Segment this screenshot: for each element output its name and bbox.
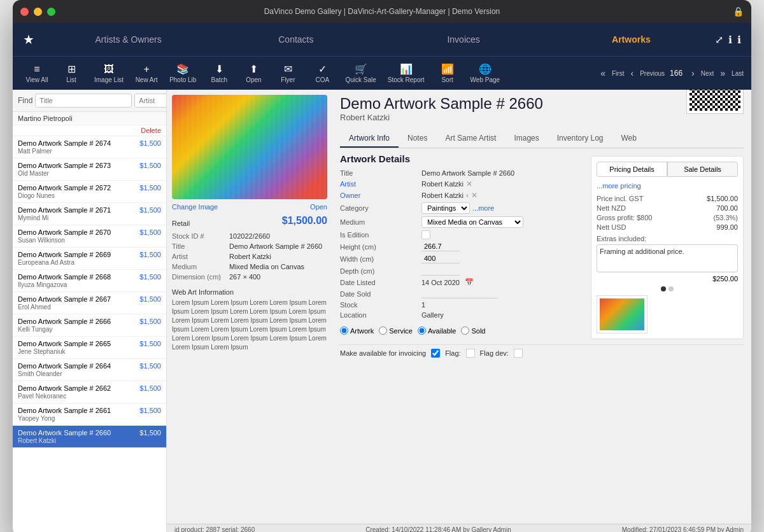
tool-open[interactable]: ⬆ Open bbox=[237, 60, 270, 86]
flag-dev-checkbox[interactable] bbox=[514, 349, 523, 358]
artwork-list-item[interactable]: Demo Artwork Sample # 2672 Diogo Nunes $… bbox=[13, 181, 166, 203]
make-available-checkbox[interactable] bbox=[431, 349, 440, 358]
radio-artwork[interactable]: Artwork bbox=[340, 326, 374, 335]
info-icon[interactable]: ℹ bbox=[728, 34, 732, 46]
artwork-item-owner: Robert Katzki bbox=[18, 437, 111, 444]
artwork-list-item[interactable]: Demo Artwork Sample # 2664 Smith Oleande… bbox=[13, 359, 166, 381]
tool-view-all[interactable]: ≡ View All bbox=[20, 61, 53, 86]
nav-artworks[interactable]: Artworks bbox=[548, 34, 715, 45]
owner-field-label[interactable]: Owner bbox=[340, 192, 416, 199]
category-select[interactable]: Paintings bbox=[421, 202, 470, 214]
tool-sort[interactable]: 📶 Sort bbox=[431, 60, 464, 86]
tab-inventory-log[interactable]: Inventory Log bbox=[548, 130, 612, 148]
artwork-list-item[interactable]: Demo Artwork Sample # 2673 Old Master $1… bbox=[13, 158, 166, 181]
date-sold-input[interactable] bbox=[421, 289, 498, 298]
tool-web-page[interactable]: 🌐 Web Page bbox=[465, 60, 506, 86]
artwork-list-item[interactable]: Demo Artwork Sample # 2661 Yaopey Yong $… bbox=[13, 403, 166, 426]
close-button[interactable] bbox=[20, 8, 29, 16]
height-input[interactable] bbox=[421, 242, 460, 251]
web-page-icon: 🌐 bbox=[479, 63, 492, 75]
find-title-input[interactable] bbox=[35, 94, 132, 108]
tool-new-art[interactable]: + New Art bbox=[130, 61, 163, 86]
flag-dev-label: Flag dev: bbox=[480, 349, 509, 357]
nav-contacts[interactable]: Contacts bbox=[212, 34, 379, 45]
minimize-button[interactable] bbox=[34, 8, 42, 16]
artwork-list-item[interactable]: Demo Artwork Sample # 2662 Pavel Nekoran… bbox=[13, 381, 166, 403]
tool-batch-label: Batch bbox=[211, 76, 228, 83]
radio-service[interactable]: Service bbox=[379, 326, 413, 335]
location-label: Location bbox=[340, 311, 416, 319]
depth-input[interactable] bbox=[421, 266, 460, 276]
nav-prev-btn[interactable]: ‹ bbox=[626, 67, 637, 80]
tab-notes[interactable]: Notes bbox=[399, 130, 436, 148]
radio-available-input[interactable] bbox=[418, 326, 426, 335]
tool-flyer[interactable]: ✉ Flyer bbox=[271, 60, 304, 86]
price-nzd-value: 700.00 bbox=[716, 204, 738, 212]
tool-quick-sale[interactable]: 🛒 Quick Sale bbox=[340, 60, 381, 86]
artwork-list-item[interactable]: Demo Artwork Sample # 2671 Mymind Mi $1,… bbox=[13, 203, 166, 225]
sale-details-tab[interactable]: Sale Details bbox=[667, 162, 738, 177]
radio-artwork-input[interactable] bbox=[340, 326, 348, 335]
tool-sort-label: Sort bbox=[441, 76, 453, 83]
owner-clear-btn[interactable]: ✕ bbox=[471, 191, 478, 200]
artwork-list-item[interactable]: Demo Artwork Sample # 2667 Erol Ahmed $1… bbox=[13, 292, 166, 314]
maximize-button[interactable] bbox=[47, 8, 55, 16]
artwork-list-item[interactable]: Demo Artwork Sample # 2669 Europeana Ad … bbox=[13, 248, 166, 270]
delete-button[interactable]: Delete bbox=[141, 127, 161, 134]
tool-coa[interactable]: ✓ COA bbox=[306, 60, 339, 86]
sidebar: Find Martino Pietropoli Delete Demo Artw… bbox=[13, 90, 167, 532]
artwork-list-item[interactable]: Demo Artwork Sample # 2665 Jene Stephani… bbox=[13, 337, 166, 359]
detail-artist-link[interactable]: Artist bbox=[172, 253, 229, 260]
pricing-details-tab[interactable]: Pricing Details bbox=[597, 162, 667, 177]
flag-checkbox[interactable] bbox=[466, 349, 475, 358]
nav-first-btn[interactable]: « bbox=[597, 67, 609, 80]
artwork-item-title: Demo Artwork Sample # 2666 bbox=[18, 318, 111, 325]
is-edition-checkbox[interactable] bbox=[421, 230, 430, 239]
artwork-list-item[interactable]: Demo Artwork Sample # 2670 Susan Wilkins… bbox=[13, 225, 166, 248]
tab-art-same-artist[interactable]: Art Same Artist bbox=[436, 130, 505, 148]
thumbnail-area bbox=[597, 295, 647, 333]
change-image-button[interactable]: Change Image bbox=[172, 203, 218, 211]
web-art-info: Web Art Information bbox=[172, 288, 327, 296]
width-input[interactable] bbox=[421, 254, 460, 263]
price-profit-value: (53.3%) bbox=[713, 214, 738, 221]
more-pricing-link[interactable]: ...more pricing bbox=[597, 182, 738, 190]
artwork-list-item[interactable]: Demo Artwork Sample # 2666 Kelli Tungay … bbox=[13, 314, 166, 337]
help-icon[interactable]: ℹ bbox=[737, 34, 741, 46]
radio-sold-input[interactable] bbox=[461, 326, 469, 335]
radio-service-input[interactable] bbox=[379, 326, 387, 335]
radio-sold[interactable]: Sold bbox=[461, 326, 485, 335]
right-panel: Demo Artwork Sample # 2660 Robert Katzki… bbox=[332, 90, 751, 524]
expand-icon[interactable]: ⤢ bbox=[715, 34, 723, 46]
star-icon[interactable]: ★ bbox=[23, 32, 34, 47]
artwork-list-item[interactable]: Demo Artwork Sample # 2660 Robert Katzki… bbox=[13, 426, 166, 448]
tab-images[interactable]: Images bbox=[505, 130, 548, 148]
tool-list[interactable]: ⊞ List bbox=[55, 60, 88, 86]
tab-web[interactable]: Web bbox=[612, 130, 646, 148]
artist-field-label[interactable]: Artist bbox=[340, 180, 416, 188]
carousel-dots bbox=[597, 286, 738, 291]
artwork-item-title: Demo Artwork Sample # 2662 bbox=[18, 384, 111, 392]
nav-invoices[interactable]: Invoices bbox=[380, 34, 548, 45]
tab-artwork-info[interactable]: Artwork Info bbox=[340, 130, 399, 148]
open-image-button[interactable]: Open bbox=[310, 203, 327, 211]
nav-next-btn[interactable]: › bbox=[688, 67, 698, 80]
nav-last-btn[interactable]: » bbox=[716, 67, 729, 80]
calendar-icon[interactable]: 📅 bbox=[465, 278, 474, 286]
tool-batch[interactable]: ⬇ Batch bbox=[202, 60, 236, 86]
artwork-list-item[interactable]: Demo Artwork Sample # 2674 Matt Palmer $… bbox=[13, 136, 166, 158]
tool-stock-report[interactable]: 📊 Stock Report bbox=[383, 60, 430, 86]
artwork-list-item[interactable]: Demo Artwork Sample # 2668 Ilyuza Mingaz… bbox=[13, 270, 166, 292]
detail-artist-value: Robert Katzki bbox=[229, 253, 271, 260]
owner-nav-btn[interactable]: ‹ bbox=[466, 191, 469, 200]
detail-tabs: Artwork Info Notes Art Same Artist Image… bbox=[340, 130, 744, 148]
find-artist-input[interactable] bbox=[134, 94, 167, 108]
medium-select[interactable]: Mixed Media on Canvas bbox=[421, 216, 523, 228]
radio-available[interactable]: Available bbox=[418, 326, 456, 335]
artwork-item-title: Demo Artwork Sample # 2661 bbox=[18, 407, 111, 414]
artist-clear-btn[interactable]: ✕ bbox=[466, 179, 472, 188]
tool-image-list[interactable]: 🖼 Image List bbox=[89, 61, 129, 86]
nav-artists[interactable]: Artists & Owners bbox=[45, 34, 212, 45]
category-more-link[interactable]: ...more bbox=[472, 204, 494, 212]
tool-photo-lib[interactable]: 📚 Photo Lib bbox=[164, 60, 201, 86]
